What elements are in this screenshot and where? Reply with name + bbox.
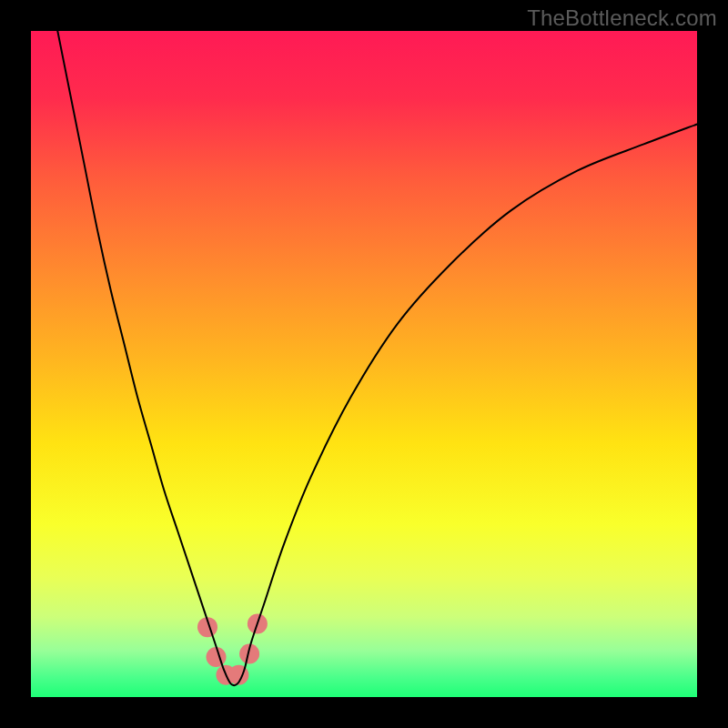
bottleneck-chart (0, 0, 728, 728)
watermark-text: TheBottleneck.com (527, 5, 717, 31)
marker-point (207, 647, 227, 667)
plot-background (31, 31, 697, 697)
